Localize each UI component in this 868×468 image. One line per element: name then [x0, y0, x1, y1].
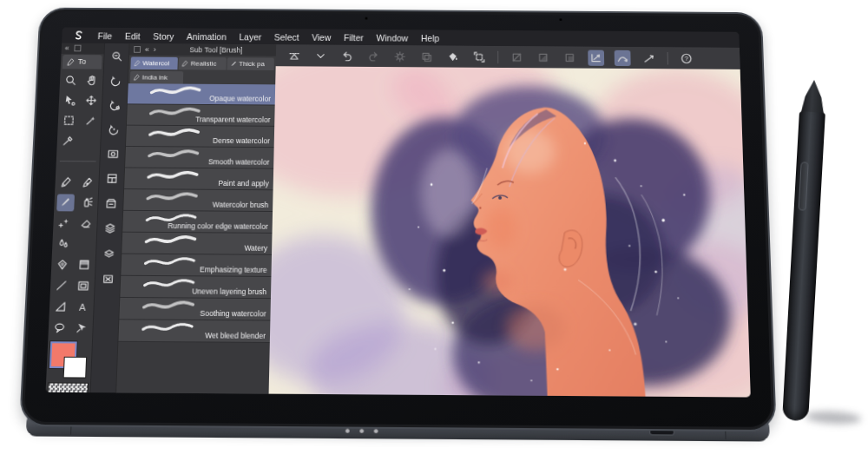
- command-button-snap-angle[interactable]: [588, 49, 604, 65]
- collapse-left-button[interactable]: «: [65, 44, 69, 53]
- app-logo-icon[interactable]: [72, 30, 85, 42]
- command-button-select-half[interactable]: [535, 49, 551, 65]
- command-button-flip-horizontal[interactable]: [286, 48, 303, 63]
- command-button-select-rect[interactable]: [562, 49, 578, 65]
- quick-button-navigator[interactable]: [103, 145, 122, 162]
- tool-button-magnifier[interactable]: [62, 72, 80, 89]
- background-color-swatch[interactable]: [63, 356, 88, 378]
- tool-button-pen[interactable]: [57, 173, 76, 190]
- brush-item-watery[interactable]: Watery: [122, 233, 272, 255]
- command-button-chevron-down[interactable]: [312, 48, 329, 63]
- brush-icon: [58, 196, 72, 209]
- tool-button-eraser[interactable]: [77, 214, 95, 232]
- tool-button-blend[interactable]: [54, 235, 72, 253]
- quick-button-rotate-settings[interactable]: [106, 96, 124, 113]
- command-button-brightness[interactable]: [391, 49, 408, 64]
- pen-small-icon: [133, 59, 141, 67]
- brush-item-dense-watercolor[interactable]: Dense watercolor: [126, 126, 274, 148]
- command-button-redo[interactable]: [365, 48, 382, 63]
- stylus-pen: [778, 79, 832, 425]
- brush-item-soothing-watercolor[interactable]: Soothing watercolor: [119, 298, 271, 321]
- subtool-tab-india-ink[interactable]: India ink: [130, 71, 184, 84]
- brush-item-transparent-watercolor[interactable]: Transparent watercolor: [127, 104, 275, 126]
- subtool-tab-label: Realistic: [191, 60, 217, 68]
- command-button-select-none[interactable]: [509, 49, 525, 64]
- brush-item-running-color-edge-watercolor[interactable]: Running color edge watercolor: [122, 211, 273, 234]
- brush-item-wet-bleed-blender[interactable]: Wet bleed blender: [118, 320, 270, 343]
- quick-button-close-box[interactable]: [99, 270, 117, 287]
- tool-button-marker-pen[interactable]: [79, 174, 97, 191]
- tool-button-gradient[interactable]: [76, 256, 94, 274]
- object-select-icon: [63, 94, 76, 107]
- subtool-tab-label: Watercol: [142, 59, 169, 67]
- brush-item-opaque-watercolor[interactable]: Opaque watercolor: [128, 83, 275, 105]
- tool-button-hand[interactable]: [83, 72, 102, 89]
- menu-item-view[interactable]: View: [312, 32, 331, 43]
- brush-name: Paint and apply: [218, 179, 269, 188]
- command-button-stamp[interactable]: [418, 49, 435, 64]
- tool-button-text[interactable]: A: [73, 298, 91, 315]
- menu-item-window[interactable]: Window: [377, 32, 409, 43]
- menu-item-filter[interactable]: Filter: [344, 32, 364, 43]
- command-button-fill-bucket[interactable]: [444, 49, 461, 64]
- tool-button-object-select[interactable]: [61, 92, 79, 109]
- drawing-canvas[interactable]: [269, 66, 751, 397]
- canvas-area: ?: [269, 44, 751, 397]
- command-button-transform[interactable]: [471, 49, 488, 64]
- subtool-tab-label: India ink: [142, 74, 168, 82]
- tool-button-balloon[interactable]: [50, 319, 69, 337]
- subtool-tab-thick-pa[interactable]: Thick pa: [227, 57, 274, 70]
- navigator-icon: [106, 147, 119, 160]
- quick-button-rotate-canvas[interactable]: [107, 72, 124, 89]
- command-button-help[interactable]: ?: [678, 50, 694, 66]
- snap-line-icon: [642, 51, 655, 63]
- panel-back-button[interactable]: «: [145, 45, 149, 54]
- tool-button-brush[interactable]: [56, 194, 75, 211]
- subtool-tab-realistic[interactable]: Realistic: [179, 57, 227, 70]
- eraser-icon: [79, 217, 93, 230]
- quick-button-rotate-reset[interactable]: [105, 121, 123, 138]
- tool-button-flow-line[interactable]: [72, 320, 90, 338]
- quick-button-material[interactable]: [102, 194, 120, 212]
- brush-name: Smooth watercolor: [208, 157, 270, 166]
- command-button-snap-line[interactable]: [641, 50, 657, 66]
- brush-item-uneven-layering-brush[interactable]: Uneven layering brush: [120, 276, 271, 299]
- command-button-snap-curve[interactable]: [615, 49, 631, 65]
- quick-button-zoom-tool[interactable]: [108, 48, 125, 64]
- tool-button-figure-line[interactable]: [52, 277, 70, 294]
- menu-item-layer[interactable]: Layer: [239, 31, 261, 42]
- tool-button-frame-border[interactable]: [74, 277, 92, 294]
- brush-item-watercolor-brush[interactable]: Watercolor brush: [123, 189, 273, 212]
- tool-button-move[interactable]: [82, 92, 101, 109]
- layer-stack-icon: [103, 221, 117, 234]
- tool-tab[interactable]: To: [62, 55, 102, 69]
- quick-button-layer-stack[interactable]: [101, 220, 119, 237]
- snap-angle-icon: [589, 51, 602, 63]
- tool-button-airbrush[interactable]: [78, 194, 96, 211]
- transparent-color-swatch[interactable]: [47, 382, 89, 396]
- tool-button-ruler[interactable]: [51, 298, 69, 315]
- brush-item-paint-and-apply[interactable]: Paint and apply: [124, 168, 273, 190]
- brush-name: Transparent watercolor: [195, 115, 270, 124]
- menu-item-story[interactable]: Story: [153, 31, 174, 42]
- panel-forward-button[interactable]: ›: [154, 45, 156, 54]
- quick-button-layer-compose[interactable]: [100, 244, 118, 261]
- menu-item-select[interactable]: Select: [274, 32, 299, 43]
- magic-wand-icon: [83, 115, 96, 128]
- brush-item-smooth-watercolor[interactable]: Smooth watercolor: [125, 147, 274, 169]
- subtool-tab-watercol[interactable]: Watercol: [130, 56, 178, 69]
- menu-item-edit[interactable]: Edit: [125, 30, 141, 41]
- brush-item-emphasizing-texture[interactable]: Emphasizing texture: [121, 254, 272, 277]
- tool-button-fill-area[interactable]: [53, 256, 71, 274]
- tool-button-decoration[interactable]: [56, 214, 74, 232]
- tool-button-magic-wand[interactable]: [82, 112, 100, 129]
- tool-button-marquee[interactable]: [60, 112, 78, 129]
- command-button-undo[interactable]: [339, 48, 355, 63]
- tool-button-eyedropper[interactable]: [59, 132, 77, 149]
- menu-item-file[interactable]: File: [97, 30, 112, 41]
- menu-item-help[interactable]: Help: [421, 33, 439, 43]
- menu-item-animation[interactable]: Animation: [187, 31, 227, 42]
- quick-button-workspace[interactable]: [102, 169, 121, 187]
- workspace: « To: [46, 43, 751, 398]
- rotate-reset-icon: [107, 122, 120, 135]
